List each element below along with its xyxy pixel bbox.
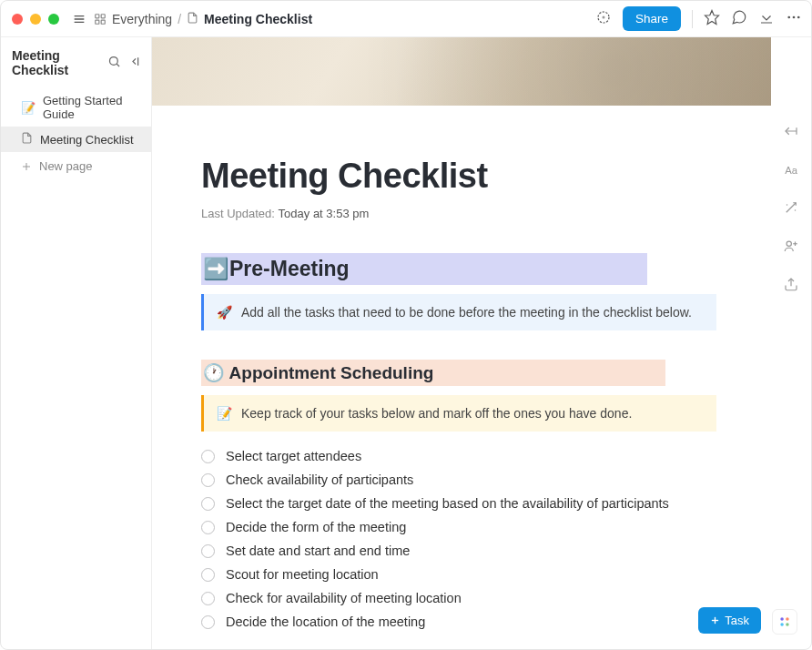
- checkbox-circle[interactable]: [201, 544, 215, 558]
- svg-point-11: [787, 15, 790, 18]
- last-updated: Last Updated: Today at 3:53 pm: [201, 207, 716, 220]
- download-icon[interactable]: [758, 9, 775, 29]
- svg-point-13: [797, 15, 800, 18]
- checklist-item[interactable]: Check for availability of meeting locati…: [201, 590, 716, 606]
- checklist-item-label: Select the target date of the meeting ba…: [226, 496, 669, 511]
- export-icon[interactable]: [783, 276, 799, 296]
- content: Meeting Checklist Last Updated: Today at…: [152, 37, 771, 649]
- rocket-icon: 🚀: [217, 305, 232, 320]
- minimize-window-button[interactable]: [30, 14, 41, 25]
- svg-rect-3: [96, 14, 99, 17]
- checklist-item[interactable]: Check availability of participants: [201, 472, 716, 488]
- page-title[interactable]: Meeting Checklist: [201, 157, 716, 196]
- callout-pre-meeting[interactable]: 🚀 Add all the tasks that need to be done…: [201, 294, 716, 330]
- svg-rect-6: [101, 20, 105, 24]
- collapse-icon[interactable]: [128, 55, 142, 71]
- star-icon[interactable]: [704, 9, 720, 29]
- typography-icon[interactable]: Aa: [783, 161, 799, 181]
- svg-rect-4: [101, 14, 105, 17]
- right-rail: Aa: [771, 37, 811, 649]
- share-button[interactable]: Share: [623, 6, 681, 31]
- maximize-window-button[interactable]: [48, 14, 59, 25]
- apps-button[interactable]: [772, 609, 797, 635]
- checklist-item-label: Decide the location of the meeting: [226, 614, 425, 629]
- svg-point-12: [793, 15, 796, 18]
- checkbox-circle[interactable]: [201, 592, 215, 605]
- topbar: Everything / Meeting Checklist Share: [1, 1, 811, 37]
- checklist-item-label: Scout for meeting location: [226, 567, 379, 582]
- svg-line-15: [117, 64, 119, 66]
- comment-icon[interactable]: [731, 9, 747, 29]
- sidebar-header: Meeting Checklist: [1, 37, 151, 88]
- svg-point-8: [602, 15, 604, 18]
- breadcrumb: Everything / Meeting Checklist: [94, 12, 312, 26]
- close-window-button[interactable]: [12, 14, 23, 25]
- separator: [692, 10, 693, 28]
- checklist-item-label: Check for availability of meeting locati…: [226, 591, 462, 605]
- checkbox-circle[interactable]: [201, 615, 215, 629]
- emoji-icon: 📝: [21, 101, 36, 115]
- collaborators-icon[interactable]: [783, 238, 799, 258]
- checkbox-circle[interactable]: [201, 473, 215, 487]
- callout-text: Add all the tasks that need to be done b…: [241, 305, 692, 320]
- svg-point-14: [110, 57, 118, 66]
- width-icon[interactable]: [783, 123, 799, 143]
- svg-point-24: [787, 241, 791, 246]
- sidebar-item-getting-started-guide[interactable]: 📝Getting Started Guide: [1, 88, 151, 127]
- breadcrumb-root[interactable]: Everything: [112, 12, 172, 26]
- page-icon: [21, 132, 33, 147]
- search-icon[interactable]: [107, 55, 121, 71]
- checklist-item-label: Decide the form of the meeting: [226, 520, 406, 534]
- sidebar-item-label: Meeting Checklist: [40, 133, 134, 147]
- memo-icon: 📝: [217, 406, 232, 421]
- svg-text:Aa: Aa: [785, 165, 798, 176]
- checklist-item-label: Check availability of participants: [226, 472, 413, 487]
- svg-point-33: [786, 623, 789, 626]
- svg-marker-9: [705, 10, 719, 24]
- cover-image[interactable]: [152, 37, 771, 106]
- new-page-button[interactable]: New page: [1, 152, 151, 180]
- checklist-item[interactable]: Select the target date of the meeting ba…: [201, 495, 716, 512]
- checklist-item[interactable]: Set date and start and end time: [201, 543, 716, 559]
- task-button[interactable]: Task: [698, 607, 761, 634]
- page-icon: [187, 12, 198, 26]
- heading-appointment-scheduling[interactable]: 🕐 Appointment Scheduling: [201, 360, 665, 386]
- checkbox-circle[interactable]: [201, 497, 215, 511]
- checklist-item[interactable]: Scout for meeting location: [201, 566, 716, 583]
- callout-appointment[interactable]: 📝 Keep track of your tasks below and mar…: [201, 395, 716, 432]
- breadcrumb-separator: /: [178, 12, 181, 26]
- sidebar-title: Meeting Checklist: [12, 48, 93, 77]
- more-icon[interactable]: [786, 9, 802, 29]
- sidebar-item-meeting-checklist[interactable]: Meeting Checklist: [1, 127, 151, 152]
- checkbox-circle[interactable]: [201, 521, 215, 534]
- checkbox-circle[interactable]: [201, 450, 215, 463]
- svg-point-32: [780, 623, 784, 626]
- callout-text: Keep track of your tasks below and mark …: [241, 406, 632, 421]
- heading-pre-meeting[interactable]: ➡️Pre-Meeting: [201, 253, 647, 285]
- svg-rect-5: [96, 20, 99, 24]
- new-page-label: New page: [39, 159, 93, 173]
- checklist-item-label: Select target attendees: [226, 449, 361, 463]
- checklist-item-label: Set date and start and end time: [226, 543, 410, 558]
- magic-icon[interactable]: [783, 199, 799, 219]
- menu-icon[interactable]: [72, 12, 86, 26]
- checklist-item[interactable]: Select target attendees: [201, 448, 716, 464]
- checklist-item[interactable]: Decide the form of the meeting: [201, 519, 716, 535]
- svg-point-31: [786, 617, 789, 621]
- checklist: Select target attendeesCheck availabilit…: [201, 448, 716, 630]
- checkbox-circle[interactable]: [201, 568, 215, 582]
- checklist-item[interactable]: Decide the location of the meeting: [201, 614, 716, 630]
- window-controls: [10, 14, 65, 25]
- target-icon[interactable]: [595, 9, 612, 29]
- svg-point-23: [795, 209, 797, 211]
- svg-point-30: [780, 617, 784, 621]
- sidebar-item-label: Getting Started Guide: [43, 94, 142, 121]
- sidebar: Meeting Checklist 📝Getting Started Guide…: [1, 37, 152, 649]
- breadcrumb-current[interactable]: Meeting Checklist: [204, 12, 312, 26]
- svg-point-22: [787, 204, 788, 206]
- grid-icon: [94, 13, 107, 25]
